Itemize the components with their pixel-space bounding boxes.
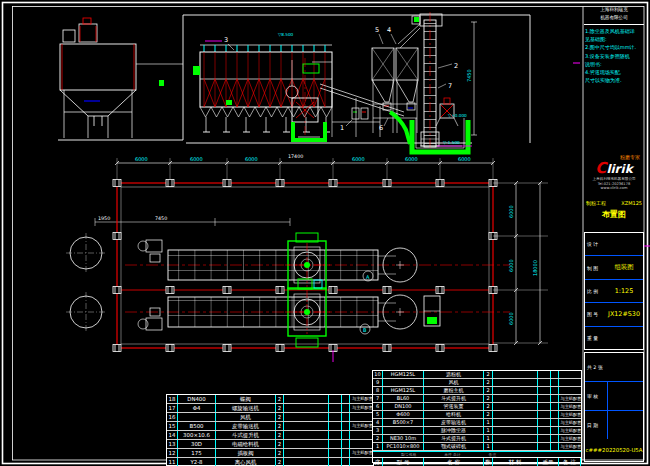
bom-cell: HGM125L <box>383 371 424 378</box>
inner-dim-label: 7450 <box>155 216 167 221</box>
bom-cell <box>551 387 559 394</box>
bom-cell <box>178 413 216 421</box>
plan-top-dims: 6000 6000 6000 17400 6000 6000 6000 1950… <box>95 154 495 226</box>
footer-row: 审 核 <box>585 381 643 410</box>
bom-cell <box>493 427 538 434</box>
bom-cell: 17 <box>167 404 178 412</box>
bom-cell <box>284 413 329 421</box>
bom-cell <box>284 449 329 457</box>
note-line: 尺寸以实物为准. <box>585 76 644 84</box>
bay-dim-label: 6000 <box>352 156 365 162</box>
bom-cell <box>493 435 538 442</box>
bom-cell: 插板阀 <box>216 449 276 457</box>
fan-motor <box>193 66 200 75</box>
bay-dim-label: 6000 <box>190 156 203 162</box>
header-cell: 型 号 <box>383 458 424 466</box>
bom-cell <box>559 371 583 378</box>
bom-cell: 2 <box>484 411 493 418</box>
title-row: 比 例 1:125 <box>585 279 643 302</box>
parts-table-right: 10HGM125L选粉机29风机28HGM125L磨粉主机27BL60斗式提升机… <box>372 370 582 463</box>
bom-cell: 皮带输送机 <box>216 422 276 430</box>
bom-cell: HGM125L <box>383 387 424 394</box>
footer-label: 日 期 <box>585 422 607 428</box>
bom-cell: BL60 <box>383 395 424 402</box>
footer-value-cell <box>607 382 643 410</box>
footer-label: 审 核 <box>585 393 607 399</box>
bom-cell <box>538 387 551 394</box>
header-note: 备注 <box>489 452 497 457</box>
bom-cell <box>538 411 551 418</box>
cad-drawing-sheet: 7450 ▽8.500 ▽±0.000 ▽-1.500 2 7 1 6 5 4 … <box>0 0 650 466</box>
scale-value: 1:125 <box>605 287 643 295</box>
plan-side-dims: 6000 6000 6000 18000 <box>493 181 548 345</box>
bom-cell: 2 <box>373 435 383 442</box>
bom-cell: 15 <box>167 422 178 430</box>
bom-cell: 175 <box>178 449 216 457</box>
technical-notes: 1.除尘器及风机基础详 见基础图: 2.图中尺寸均以mm计. 3.设备安装参照随… <box>585 27 644 84</box>
bom-cell: 3 <box>373 427 383 434</box>
title-row: 设 计 <box>585 233 643 255</box>
bom-row: 1PC1010×800颚式破碎机1与主机配套 <box>373 443 581 451</box>
footer-value-cell <box>607 411 643 439</box>
bom-cell: 蝶阀 <box>216 395 276 403</box>
title-block-main-rows: 设 计 制 图 组装图 比 例 1:125 图 号 JX12#S30 重 量 <box>584 232 644 350</box>
bom-cell: 1 <box>484 443 493 450</box>
header-cell: 数量 <box>484 458 493 466</box>
bom-cell <box>538 419 551 426</box>
bom-cell <box>329 395 342 403</box>
bom-cell <box>493 403 538 410</box>
footer-label: 共 2 张 <box>585 364 607 370</box>
bom-cell: 皮带输送机 <box>424 419 484 426</box>
bom-cell: DN400 <box>178 395 216 403</box>
parts-table-left: 18DN400蝶阀2与主机配套17Φ4螺旋输送机2与主机配套16风机215B50… <box>166 394 374 466</box>
bom-row: 7BL60斗式提升机2与主机配套 <box>373 395 581 403</box>
note-line: 1.除尘器及风机基础详 <box>585 27 644 35</box>
bom-cell: 12 <box>167 449 178 457</box>
bom-row: 6DN100管道装置2与主机配套 <box>373 403 581 411</box>
elevation-view: 7450 ▽8.500 ▽±0.000 ▽-1.500 2 7 1 6 5 4 … <box>58 12 530 152</box>
balloon: 7 <box>448 82 452 90</box>
level-label: ▽±0.000 <box>448 113 467 118</box>
title-block: 上海科利瑞克 机器有限公司 1.除尘器及风机基础详 见基础图: 2.图中尺寸均以… <box>584 6 644 460</box>
header-cell: 名 称 <box>424 458 484 466</box>
bom-cell <box>538 403 551 410</box>
side-dim-label: 6000 <box>508 312 514 325</box>
bay-dim-label: 6000 <box>405 156 418 162</box>
bom-cell: 2 <box>276 413 284 421</box>
bom-row: 8HGM125L磨粉主机2 <box>373 387 581 395</box>
bom-cell: PC1010×800 <box>383 443 424 450</box>
logo-rest: lirik <box>606 162 632 176</box>
bom-cell <box>551 379 559 386</box>
bom-cell: 2 <box>484 371 493 378</box>
bom-cell: 2 <box>276 458 284 466</box>
bom-cell: 30D <box>178 440 216 448</box>
bom-cell <box>342 404 350 412</box>
bom-cell <box>284 422 329 430</box>
bom-cell: 300×10.6 <box>178 431 216 439</box>
project-label: 制粉工程 <box>586 200 606 206</box>
note-line: 4.管道现场实配, <box>585 68 644 76</box>
parts-table-right-rows: 10HGM125L选粉机29风机28HGM125L磨粉主机27BL60斗式提升机… <box>373 371 581 451</box>
footer-row: 日 期 <box>585 410 643 439</box>
bom-cell <box>342 395 350 403</box>
bom-cell <box>284 440 329 448</box>
bom-cell: B500 <box>178 422 216 430</box>
bom-row: 2NE30 10m斗式提升机1与主机配套 <box>373 435 581 443</box>
bom-cell: 螺旋输送机 <box>216 404 276 412</box>
span-dim-label: 17400 <box>288 154 303 159</box>
level-label: ▽-1.500 <box>443 140 460 145</box>
bom-cell: 5 <box>373 411 383 418</box>
bom-cell: 2 <box>484 379 493 386</box>
bom-cell: 9 <box>373 379 383 386</box>
title-row: 重 量 <box>585 326 643 349</box>
bom-cell <box>493 387 538 394</box>
title-block-footer: 共 2 张 审 核 日 期 c###20220520-U5A <box>584 352 644 462</box>
bom-cell <box>284 395 329 403</box>
note-line: 2.图中尺寸均以mm计. <box>585 43 644 51</box>
drawing-number-value: JX12#S30 <box>605 310 643 318</box>
title-row-value: 组装图 <box>605 263 643 272</box>
bom-cell: 与主机配套 <box>559 403 583 410</box>
bom-cell <box>493 411 538 418</box>
bay-dim-label: 6000 <box>458 156 471 162</box>
bom-cell <box>329 413 342 421</box>
